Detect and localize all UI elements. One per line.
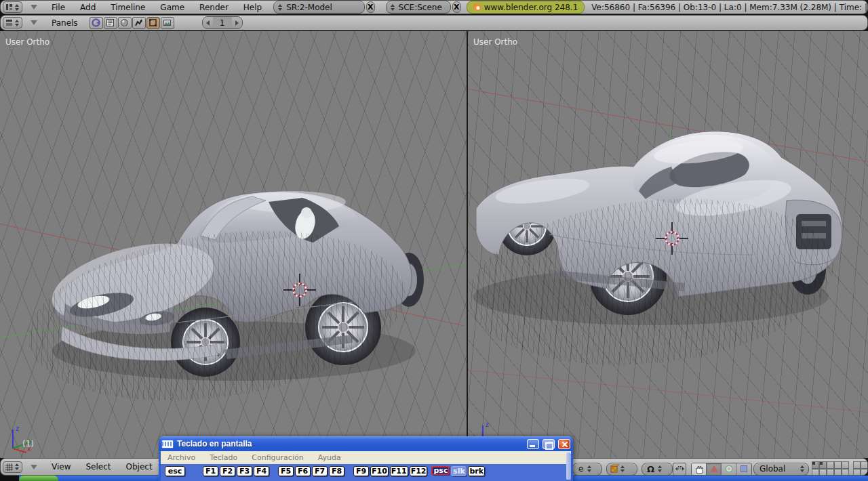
dropdown-spinner-icon [619,465,626,472]
maximize-button[interactable] [542,439,555,449]
shading-dropdown[interactable] [606,463,637,476]
frame-prev-button[interactable] [203,17,213,28]
menu-render[interactable]: Render [192,3,236,12]
key-f3[interactable]: F3 [237,466,252,476]
menu-object[interactable]: Object [119,462,160,472]
screen-selector[interactable]: SR:2-Model [273,1,365,14]
view3d-header-right: e Ω [572,461,868,476]
layer-button[interactable] [827,469,834,476]
menu-view[interactable]: View [44,462,78,472]
layer-button[interactable] [834,469,842,476]
view3d-window-icon [5,463,14,472]
buttons-header: Panels [0,15,868,30]
menu-panels[interactable]: Panels [44,18,85,28]
move-centers-button[interactable] [673,463,686,476]
context-shading-button[interactable] [118,17,132,29]
frame-next-button[interactable] [232,17,242,28]
context-object-icon [134,18,143,27]
key-f9[interactable]: F9 [353,466,369,476]
scene-close-button[interactable]: X [452,1,461,13]
buttons-window-icon [5,18,14,27]
menu-file[interactable]: File [44,3,73,12]
key-esc[interactable]: esc [165,466,185,476]
menu-game[interactable]: Game [153,3,192,12]
dropdown-spinner-icon [586,465,593,472]
menu-add[interactable]: Add [73,3,103,12]
osk-titlebar[interactable]: Teclado en pantalla [159,436,573,451]
layer-button[interactable] [853,461,861,469]
manipulator-translate-button[interactable] [707,463,722,475]
layer-button[interactable] [853,469,861,476]
collapse-arrow-icon[interactable] [31,5,37,9]
close-button[interactable] [558,439,570,449]
manipulator-hand-button[interactable] [692,463,707,475]
osk-scrollbar[interactable] [566,453,571,480]
layer-button[interactable] [827,461,834,469]
context-shading-icon [120,18,129,27]
scene-selector-value: SCE:Scene [396,3,445,12]
screen-selector-spinner-icon [277,4,283,11]
viewport-right[interactable]: User Ortho z [468,31,868,458]
hand-icon [694,464,704,474]
pivot-dropdown[interactable]: Ω [642,463,673,476]
context-scene-button[interactable] [161,17,174,29]
layer-button[interactable] [834,461,842,469]
key-f8[interactable]: F8 [329,466,344,476]
key-f10[interactable]: F10 [370,466,389,476]
key-f1[interactable]: F1 [203,466,218,476]
context-logic-button[interactable] [90,17,103,29]
collapse-arrow-icon[interactable] [31,465,37,469]
context-object-button[interactable] [132,17,146,29]
blender-logo-icon [473,3,481,11]
menu-help[interactable]: Help [236,3,269,12]
osk-menu-configuracion[interactable]: Configuración [252,453,303,462]
layer-button[interactable] [842,469,849,476]
context-editing-button[interactable] [146,17,160,29]
key-f11[interactable]: F11 [390,466,408,476]
screen-close-button[interactable]: X [366,1,375,13]
start-button[interactable] [19,476,58,481]
layer-button[interactable] [819,469,827,476]
minimize-button[interactable] [527,439,539,449]
osk-menu-teclado[interactable]: Teclado [210,453,237,462]
info-window-type-button[interactable] [3,1,22,13]
draw-type-dropdown[interactable]: e [572,463,602,476]
key-f12[interactable]: F12 [410,466,428,476]
dropdown-spinner-icon [799,465,806,472]
buttons-window-type-button[interactable] [3,17,22,28]
layer-button[interactable] [861,469,868,476]
key-f7[interactable]: F7 [312,466,328,476]
layer-button[interactable] [812,469,819,476]
layer-button[interactable] [861,461,868,469]
viewport-left[interactable]: User Ortho z x y (1) [0,31,467,458]
collapse-arrow-icon[interactable] [31,20,37,25]
osk-menu-archivo[interactable]: Archivo [167,453,195,462]
manipulator-scale-button[interactable] [736,463,751,475]
key-f6[interactable]: F6 [295,466,311,476]
osk-menu-ayuda[interactable]: Ayuda [318,453,341,462]
key-psc[interactable]: psc [431,466,450,475]
layer-button[interactable] [842,461,849,469]
view3d-window-type-button[interactable] [3,461,22,473]
key-slk[interactable]: slk [451,466,467,476]
layer-button[interactable] [812,461,819,469]
key-brk[interactable]: brk [468,466,485,476]
version-badge: www.blender.org 248.1 [467,1,585,14]
viewport-label: User Ortho [473,37,517,47]
context-script-button[interactable] [104,17,117,29]
window-type-spinner-icon [14,463,20,470]
orientation-value: Global [757,464,799,474]
rotate-icon [725,465,733,473]
orientation-dropdown[interactable]: Global [753,463,809,476]
key-f5[interactable]: F5 [278,466,294,476]
layer-button[interactable] [819,461,827,469]
key-f2[interactable]: F2 [220,466,235,476]
scene-selector[interactable]: SCE:Scene [386,1,451,14]
manipulator-rotate-button[interactable] [722,463,736,475]
menu-select[interactable]: Select [78,462,118,472]
key-f4[interactable]: F4 [254,466,269,476]
3d-cursor [656,222,688,255]
layer-buttons-group-2 [853,461,868,476]
frame-number-value[interactable]: 1 [213,18,232,28]
menu-timeline[interactable]: Timeline [103,3,153,12]
